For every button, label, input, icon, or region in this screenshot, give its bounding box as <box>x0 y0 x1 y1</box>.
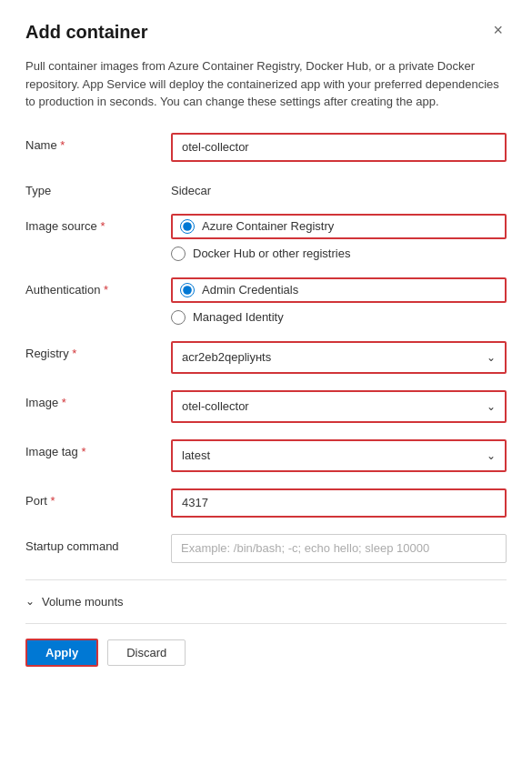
name-input[interactable] <box>171 133 507 162</box>
image-row: Image * otel-collector ⌄ <box>25 390 507 423</box>
name-row: Name * <box>25 133 507 162</box>
port-input[interactable] <box>171 488 507 518</box>
close-button[interactable]: × <box>489 22 507 38</box>
registry-select-wrapper: acr2eb2qepliунts ⌄ <box>171 341 507 374</box>
image-source-dockerhub-label: Docker Hub or other registries <box>193 247 350 260</box>
authentication-managed-radio[interactable] <box>171 310 186 325</box>
image-tag-select[interactable]: latest <box>173 441 505 470</box>
apply-button[interactable]: Apply <box>25 639 98 667</box>
image-label: Image * <box>25 390 171 409</box>
startup-row: Startup command <box>25 534 507 563</box>
image-source-acr-label: Azure Container Registry <box>202 219 334 233</box>
authentication-managed-label: Managed Identity <box>193 310 284 324</box>
port-control <box>171 488 507 518</box>
image-select-wrapper: otel-collector ⌄ <box>171 390 507 423</box>
authentication-admin-label: Admin Credentials <box>202 283 298 297</box>
port-row: Port * <box>25 488 507 518</box>
volume-mounts-section[interactable]: ⌄ Volume mounts <box>25 595 507 609</box>
authentication-label: Authentication * <box>25 277 171 297</box>
image-source-dockerhub-radio[interactable] <box>171 247 186 261</box>
startup-input[interactable] <box>171 534 507 563</box>
authentication-managed-option[interactable]: Managed Identity <box>171 310 507 325</box>
authentication-admin-option[interactable]: Admin Credentials <box>171 277 507 303</box>
image-source-acr-radio[interactable] <box>180 219 195 234</box>
dialog-footer: Apply Discard <box>25 639 507 667</box>
image-tag-row: Image tag * latest ⌄ <box>25 439 507 472</box>
image-source-label: Image source * <box>25 214 171 233</box>
name-label: Name * <box>25 133 171 152</box>
divider-bottom <box>25 623 507 624</box>
registry-row: Registry * acr2eb2qepliунts ⌄ <box>25 341 507 374</box>
dialog-header: Add container × <box>25 22 507 43</box>
registry-label: Registry * <box>25 341 171 360</box>
image-control: otel-collector ⌄ <box>171 390 507 423</box>
discard-button[interactable]: Discard <box>107 639 186 666</box>
image-select[interactable]: otel-collector <box>173 392 505 421</box>
authentication-radio-group: Admin Credentials Managed Identity <box>171 277 507 325</box>
type-label: Type <box>25 178 171 197</box>
authentication-row: Authentication * Admin Credentials Manag… <box>25 277 507 325</box>
dialog-description: Pull container images from Azure Contain… <box>25 57 507 111</box>
image-source-row: Image source * Azure Container Registry … <box>25 214 507 261</box>
name-control <box>171 133 507 162</box>
volume-mounts-chevron-icon: ⌄ <box>25 595 35 608</box>
type-control: Sidecar <box>171 178 507 197</box>
image-source-acr-option[interactable]: Azure Container Registry <box>171 214 507 239</box>
port-label: Port * <box>25 488 171 508</box>
startup-control <box>171 534 507 563</box>
type-row: Type Sidecar <box>25 178 507 197</box>
registry-control: acr2eb2qepliунts ⌄ <box>171 341 507 374</box>
image-tag-label: Image tag * <box>25 439 171 458</box>
registry-select[interactable]: acr2eb2qepliунts <box>173 343 505 372</box>
volume-mounts-label: Volume mounts <box>42 595 124 609</box>
image-tag-control: latest ⌄ <box>171 439 507 472</box>
add-container-dialog: Add container × Pull container images fr… <box>0 0 532 775</box>
image-source-radio-group: Azure Container Registry Docker Hub or o… <box>171 214 507 261</box>
divider <box>25 579 507 580</box>
type-value: Sidecar <box>171 178 507 197</box>
image-source-control: Azure Container Registry Docker Hub or o… <box>171 214 507 261</box>
authentication-admin-radio[interactable] <box>180 283 195 297</box>
dialog-title: Add container <box>25 22 147 43</box>
authentication-control: Admin Credentials Managed Identity <box>171 277 507 325</box>
image-source-dockerhub-option[interactable]: Docker Hub or other registries <box>171 247 507 261</box>
image-tag-select-wrapper: latest ⌄ <box>171 439 507 472</box>
startup-label: Startup command <box>25 534 171 553</box>
